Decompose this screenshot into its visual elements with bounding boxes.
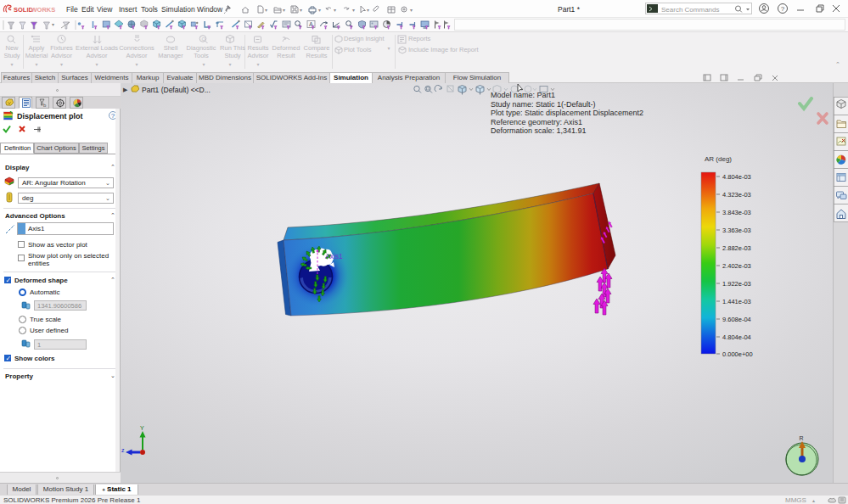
svg-text:▾: ▾ [334,8,336,13]
svg-text:0.000e+00: 0.000e+00 [722,350,753,358]
svg-text:▾: ▾ [367,8,369,13]
svg-text:9.608e-04: 9.608e-04 [722,316,751,323]
svg-text:1.922e-03: 1.922e-03 [722,280,751,288]
svg-text:Y: Y [140,425,144,431]
svg-text:Q: Q [202,36,206,42]
svg-text:4.804e-03: 4.804e-03 [722,173,751,181]
svg-text:▾: ▾ [352,8,355,13]
svg-text:▾: ▾ [265,8,267,13]
svg-text:Axis1: Axis1 [325,252,343,260]
svg-text:2.882e-03: 2.882e-03 [722,244,751,252]
svg-text:b: b [43,103,47,108]
svg-text:R: R [800,435,804,441]
svg-text:4.323e-03: 4.323e-03 [722,191,751,199]
svg-text:▾: ▾ [52,22,54,27]
svg-text:WORKS: WORKS [31,6,56,14]
svg-text:z: z [121,447,125,453]
svg-text:▾: ▾ [318,8,321,13]
svg-text:3.363e-03: 3.363e-03 [722,227,751,234]
svg-text:3.843e-03: 3.843e-03 [722,209,751,216]
svg-text:AR (deg): AR (deg) [705,155,732,163]
svg-text:2.402e-03: 2.402e-03 [722,262,751,270]
svg-text:1.441e-03: 1.441e-03 [722,298,751,305]
svg-text:▾: ▾ [283,8,285,13]
svg-text:4.804e-04: 4.804e-04 [722,333,751,341]
svg-text:?: ? [781,5,785,13]
svg-text:▾: ▾ [300,8,302,13]
svg-text:▾: ▾ [410,8,413,13]
